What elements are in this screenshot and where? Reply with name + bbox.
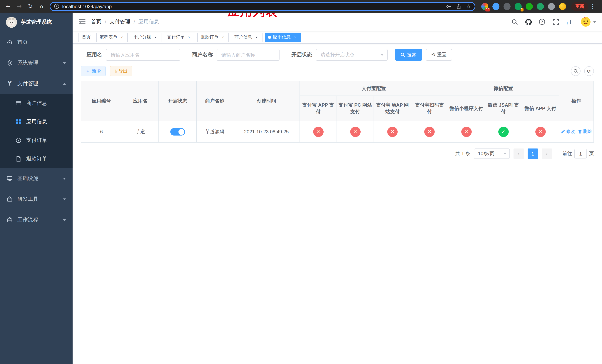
sidebar-item-infrastructure[interactable]: 基础设施 [0,168,73,189]
delete-button[interactable]: 删除 [578,128,592,135]
workflow-icon [7,217,13,223]
reload-button[interactable]: ↻ [25,1,35,11]
current-page-button[interactable]: 1 [527,149,538,159]
gear-icon [7,60,13,66]
goto-label: 前往 [562,150,572,157]
export-button[interactable]: ⤓ 导出 [110,66,132,76]
breadcrumb-payment[interactable]: 支付管理 [110,19,130,25]
home-button[interactable]: ⌂ [36,1,47,11]
payment-submenu: 商户信息 应用信息 ¥ 支付订单 [0,94,73,168]
extensions-area: 10 1 [481,3,566,10]
app-title: 芋道管理系统 [21,19,52,26]
col-status: 开启状态 [159,81,196,121]
close-icon[interactable] [220,35,226,40]
extension-wechat-icon[interactable] [526,3,533,10]
extension-emoji-icon[interactable] [559,3,566,10]
svg-text:?: ? [541,20,543,24]
page-size-select[interactable]: 10条/页 [474,149,510,159]
sidebar-item-refund-order[interactable]: 退款订单 [0,150,73,168]
close-icon[interactable] [119,35,124,40]
app-logo[interactable]: 芋道管理系统 [0,13,73,32]
col-actions: 操作 [559,81,594,121]
extension-green-icon[interactable] [537,3,544,10]
tab-process-form[interactable]: 流程表单 [96,32,128,42]
col-alipay-qr: 支付宝扫码支付 [411,96,448,121]
font-size-icon[interactable]: TT [566,19,572,25]
sidebar-item-home[interactable]: 首页 [0,32,73,53]
chevron-down-icon [63,198,66,200]
status-toggle[interactable] [170,128,185,135]
close-icon[interactable] [254,35,259,40]
tab-refund-order[interactable]: 退款订单 [197,32,229,42]
hamburger-icon[interactable] [78,18,86,26]
monitor-icon [7,175,13,182]
chevron-down-icon [63,219,66,221]
grid-icon [16,119,22,125]
cell-app-id: 6 [81,121,122,142]
bookmark-star-icon[interactable]: ☆ [466,4,471,9]
search-icon[interactable] [511,18,518,26]
page-unit-label: 页 [589,150,594,157]
close-icon[interactable] [292,35,298,40]
add-button[interactable]: ＋ 新增 [81,66,106,76]
prev-page-button[interactable]: ‹ [514,149,524,159]
user-menu[interactable] [580,17,596,27]
forward-button[interactable]: → [14,1,24,11]
search-button[interactable]: 搜索 [395,49,422,61]
tab-home[interactable]: 首页 [78,32,94,42]
sidebar-item-pay-order[interactable]: ¥ 支付订单 [0,131,73,150]
reset-button[interactable]: ⟲ 重置 [426,49,452,61]
browser-update-button[interactable]: 更新 [571,2,588,11]
tab-pay-order[interactable]: 支付订单 [164,32,195,42]
tab-app-info[interactable]: 应用信息 [265,32,301,42]
sidebar-item-app-info[interactable]: 应用信息 [0,113,73,131]
cell-created: 2021-10-23 08:49:25 [233,121,300,142]
app-table: 应用编号 应用名 开启状态 商户名称 创建时间 支付宝配置 微信配置 操作 支付… [81,81,594,143]
extension-pin-icon[interactable] [548,3,555,10]
plus-icon: ＋ [86,68,90,74]
help-icon[interactable]: ? [538,18,546,26]
site-info-icon[interactable] [54,4,59,9]
close-icon[interactable] [153,35,158,40]
sidebar-item-payment[interactable]: ¥ 支付管理 [0,73,73,94]
chevron-down-icon [504,153,506,155]
disabled-icon [350,127,360,137]
sidebar-item-workflow[interactable]: 工作流程 [0,210,73,230]
extension-gray-icon[interactable] [504,3,511,10]
extension-teal-icon[interactable]: 1 [515,3,522,10]
close-icon[interactable] [187,35,192,40]
browser-menu-icon[interactable]: ⋮ [589,3,596,10]
sidebar-item-dev-tools[interactable]: 研发工具 [0,189,73,210]
cell-app-name: 芋道 [122,121,159,142]
github-icon[interactable] [525,18,532,26]
share-icon[interactable] [456,3,462,9]
tab-user-group[interactable]: 用户分组 [130,32,161,42]
toggle-search-button[interactable] [571,66,580,76]
edit-button[interactable]: 修改 [561,128,575,135]
sidebar-item-label: 退款订单 [26,156,47,162]
sidebar-item-system[interactable]: 系统管理 [0,53,73,73]
disabled-icon [424,127,435,137]
address-bar[interactable]: localhost:1024/pay/app ☆ [50,2,475,11]
refresh-table-button[interactable]: ⟳ [584,66,594,76]
extension-drop-icon[interactable] [492,3,499,10]
disabled-icon [313,127,323,137]
browser-window: ← → ↻ ⌂ localhost:1024/pay/app ☆ 10 [0,0,602,364]
app-name-input[interactable] [106,49,180,61]
back-button[interactable]: ← [3,1,13,11]
fullscreen-icon[interactable] [552,18,559,26]
browser-toolbar: ← → ↻ ⌂ localhost:1024/pay/app ☆ 10 [0,0,602,13]
next-page-button[interactable]: › [542,149,552,159]
sidebar-item-label: 研发工具 [17,196,38,203]
goto-page-input[interactable] [574,149,587,159]
tab-merchant-info[interactable]: 商户信息 [231,32,262,42]
total-count: 共 1 条 [455,150,470,157]
status-select[interactable]: 请选择开启状态 [316,49,388,61]
merchant-name-input[interactable] [216,49,280,61]
password-key-icon[interactable] [446,3,452,9]
yen-icon: ¥ [7,81,13,87]
sidebar-item-merchant-info[interactable]: 商户信息 [0,94,73,113]
cell-merchant: 芋道源码 [196,121,233,142]
extension-grid-icon[interactable]: 10 [481,3,488,10]
breadcrumb-home[interactable]: 首页 [91,19,101,25]
